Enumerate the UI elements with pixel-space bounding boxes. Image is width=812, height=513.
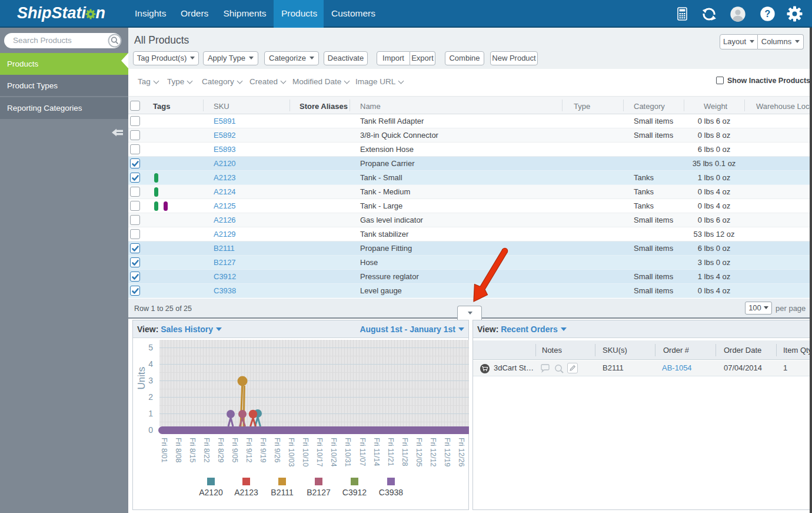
svg-text:?: ? — [765, 9, 771, 19]
